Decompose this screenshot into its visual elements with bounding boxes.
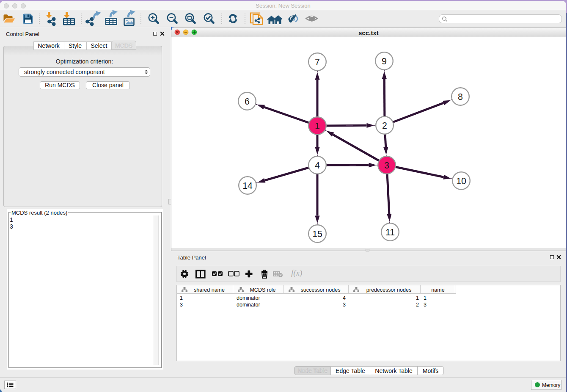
svg-text:9: 9 (382, 56, 387, 66)
svg-text:2: 2 (382, 121, 387, 131)
svg-text:14: 14 (242, 181, 253, 191)
svg-text:11: 11 (385, 227, 395, 237)
svg-text:8: 8 (458, 92, 463, 102)
svg-text:7: 7 (315, 57, 320, 67)
svg-text:15: 15 (312, 229, 322, 239)
svg-text:4: 4 (315, 160, 320, 171)
svg-text:1: 1 (315, 121, 320, 131)
svg-text:6: 6 (245, 97, 250, 107)
svg-text:10: 10 (456, 176, 466, 186)
svg-text:3: 3 (384, 160, 389, 171)
